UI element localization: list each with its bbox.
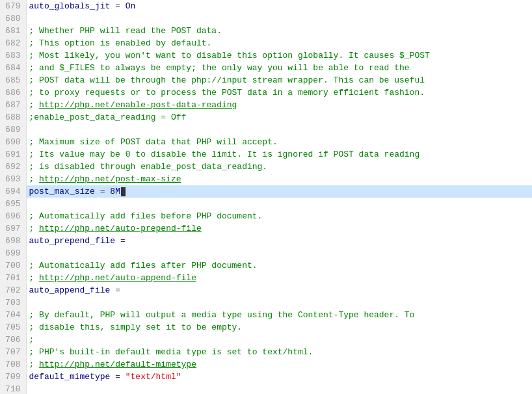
line-content: ; Most likely, you won't want to disable… [26,49,532,62]
table-row: 706; [0,334,532,346]
comment-link[interactable]: http://php.net/auto-prepend-file [39,224,202,233]
table-row: 686; to proxy requests or to process the… [0,86,532,99]
line-number: 700 [0,259,26,272]
line-content: ; http://php.net/post-max-size [26,173,532,185]
line-number: 708 [0,358,26,371]
line-number: 706 [0,334,26,346]
line-number: 680 [0,12,26,25]
comment-text: ; Its value may be 0 to disable the limi… [29,150,420,159]
line-number: 691 [0,148,26,161]
comment-prefix: ; [29,360,40,369]
table-row: 684; and $_FILES to always be empty; the… [0,62,532,74]
string-val-text: "text/html" [126,372,181,382]
line-content: auto_prepend_file = [26,235,532,247]
value-text: On [126,1,136,11]
line-content: ; http://php.net/enable-post-data-readin… [26,99,532,111]
operator-text: = [110,285,120,295]
line-number: 684 [0,62,26,74]
line-number: 687 [0,99,26,111]
comment-text: ; [29,335,34,345]
code-text-text: default_mimetype [29,372,111,382]
line-content: auto_globals_jit = On [26,0,532,12]
line-content: ; Whether PHP will read the POST data. [26,25,532,37]
line-content [26,198,532,210]
comment-text: ; and $_FILES to always be empty; the on… [29,63,410,73]
table-row: 704; By default, PHP will output a media… [0,309,532,321]
table-row: 710 [0,383,532,394]
comment-text: ; POST data will be through the php://in… [29,75,425,85]
table-row: 699 [0,247,532,259]
line-number: 685 [0,74,26,86]
line-number: 709 [0,371,26,383]
line-content: default_mimetype = "text/html" [26,371,532,383]
table-row: 697; http://php.net/auto-prepend-file [0,222,532,235]
line-content: ; http://php.net/auto-append-file [26,272,532,284]
table-row: 701; http://php.net/auto-append-file [0,272,532,284]
line-number: 688 [0,111,26,124]
line-content: ; disable this, simply set it to be empt… [26,321,532,334]
line-content: post_max_size = 8M [26,185,532,198]
line-number: 702 [0,284,26,296]
line-content: ; to proxy requests or to process the PO… [26,86,532,99]
comment-link[interactable]: http://php.net/enable-post-data-reading [39,100,237,110]
line-number: 681 [0,25,26,37]
table-row: 698auto_prepend_file = [0,235,532,247]
table-row: 700; Automatically add files after PHP d… [0,259,532,272]
line-number: 698 [0,235,26,247]
operator-text: = [110,372,125,382]
line-number: 683 [0,49,26,62]
line-number: 689 [0,124,26,136]
comment-text: ; disable this, simply set it to be empt… [29,322,243,332]
line-content: ; Automatically add files before PHP doc… [26,210,532,222]
operator-text: = [115,236,126,246]
line-content: ; Maximum size of POST data that PHP wil… [26,136,532,148]
table-row: 685; POST data will be through the php:/… [0,74,532,86]
operator-text: = [110,1,125,11]
line-number: 686 [0,86,26,99]
comment-link[interactable]: http://php.net/post-max-size [39,174,181,184]
line-content [26,383,532,394]
line-content: ; This option is enabled by default. [26,37,532,49]
comment-text: ; By default, PHP will output a media ty… [29,310,415,320]
line-content [26,12,532,25]
comment-text: ; Automatically add files before PHP doc… [29,211,263,221]
line-content: ; By default, PHP will output a media ty… [26,309,532,321]
line-content: ; [26,334,532,346]
value-text: 8M [110,187,120,196]
comment-text: ; Automatically add files after PHP docu… [29,261,258,270]
line-number: 697 [0,222,26,235]
line-content: ; Its value may be 0 to disable the limi… [26,148,532,161]
line-number: 707 [0,346,26,358]
line-content: ; POST data will be through the php://in… [26,74,532,86]
line-number: 690 [0,136,26,148]
line-content: ;enable_post_data_reading = Off [26,111,532,124]
line-number: 694 [0,185,26,198]
table-row: 692; is disabled through enable_post_dat… [0,161,532,173]
table-row: 688;enable_post_data_reading = Off [0,111,532,124]
line-number: 704 [0,309,26,321]
table-row: 695 [0,198,532,210]
comment-prefix: ; [29,174,40,184]
table-row: 691; Its value may be 0 to disable the l… [0,148,532,161]
table-row: 708; http://php.net/default-mimetype [0,358,532,371]
comment-text: ; This option is enabled by default. [29,38,212,48]
table-row: 680 [0,12,532,25]
line-number: 695 [0,198,26,210]
comment-prefix: ; [29,100,40,110]
table-row: 694post_max_size = 8M [0,185,532,198]
code-text-text: post_max_size [29,187,95,196]
table-row: 707; PHP's built-in default media type i… [0,346,532,358]
line-content: ; is disabled through enable_post_data_r… [26,161,532,173]
comment-link[interactable]: http://php.net/default-mimetype [39,360,196,369]
table-row: 679auto_globals_jit = On [0,0,532,12]
table-row: 687; http://php.net/enable-post-data-rea… [0,99,532,111]
table-row: 689 [0,124,532,136]
table-row: 693; http://php.net/post-max-size [0,173,532,185]
comment-link[interactable]: http://php.net/auto-append-file [39,273,196,283]
comment-text: ;enable_post_data_reading = Off [29,112,187,122]
table-row: 696; Automatically add files before PHP … [0,210,532,222]
comment-text: ; to proxy requests or to process the PO… [29,88,425,98]
line-content: ; http://php.net/auto-prepend-file [26,222,532,235]
line-content: ; PHP's built-in default media type is s… [26,346,532,358]
comment-text: ; Most likely, you won't want to disable… [29,51,430,60]
